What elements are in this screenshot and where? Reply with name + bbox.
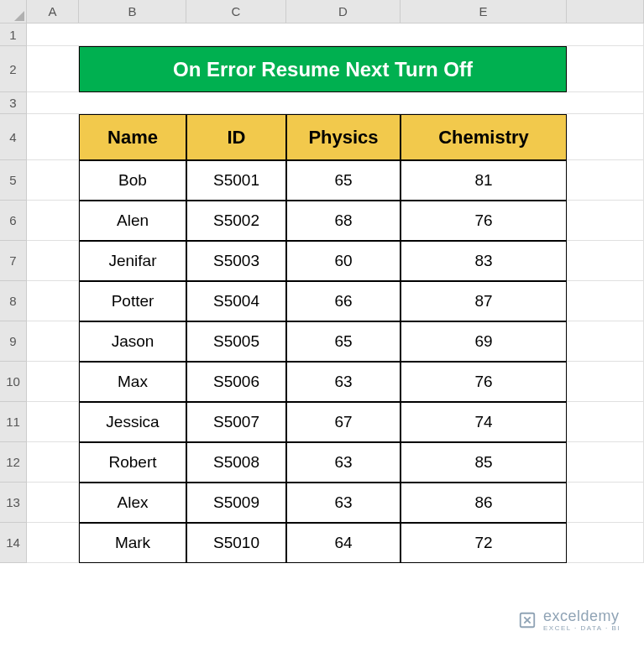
row-header-14[interactable]: 14 [0,523,27,563]
row-header-13[interactable]: 13 [0,483,27,523]
cell[interactable] [567,523,644,563]
row-header-11[interactable]: 11 [0,402,27,442]
cell[interactable] [567,281,644,321]
watermark: exceldemy EXCEL · DATA · BI [518,608,620,632]
table-cell[interactable]: 85 [401,442,567,483]
table-cell[interactable]: 63 [286,362,401,402]
cell[interactable] [567,201,644,241]
th-name[interactable]: Name [79,114,186,160]
cell[interactable] [27,160,79,201]
th-chemistry[interactable]: Chemistry [401,114,567,160]
cell[interactable] [27,362,79,402]
table-cell[interactable]: S5005 [186,321,286,362]
cell[interactable] [27,46,79,92]
table-cell[interactable]: Robert [79,442,186,483]
cell[interactable] [27,402,79,442]
table-cell[interactable]: S5003 [186,241,286,281]
table-cell[interactable]: 68 [286,201,401,241]
row-header-4[interactable]: 4 [0,114,27,160]
cell[interactable] [27,23,644,46]
table-cell[interactable]: S5004 [186,281,286,321]
th-id[interactable]: ID [186,114,286,160]
cell[interactable] [567,114,644,160]
table-cell[interactable]: Jessica [79,402,186,442]
table-cell[interactable]: 69 [401,321,567,362]
table-cell[interactable]: 63 [286,483,401,523]
table-cell[interactable]: 76 [401,201,567,241]
cell[interactable] [27,92,644,114]
table-cell[interactable]: 87 [401,281,567,321]
table-cell[interactable]: 63 [286,442,401,483]
spreadsheet-grid: A B C D E 1 2 On Error Resume Next Turn … [0,0,644,563]
cell[interactable] [27,321,79,362]
table-cell[interactable]: 76 [401,362,567,402]
cell[interactable] [567,46,644,92]
table-cell[interactable]: S5008 [186,442,286,483]
select-all-corner[interactable] [0,0,27,23]
table-cell[interactable]: Bob [79,160,186,201]
cell[interactable] [27,241,79,281]
cell[interactable] [27,201,79,241]
table-cell[interactable]: Alen [79,201,186,241]
cell[interactable] [567,321,644,362]
table-cell[interactable]: 83 [401,241,567,281]
col-header-c[interactable]: C [186,0,286,23]
cell[interactable] [27,523,79,563]
th-physics[interactable]: Physics [286,114,401,160]
row-header-9[interactable]: 9 [0,321,27,362]
cell[interactable] [27,442,79,483]
col-header-b[interactable]: B [79,0,186,23]
title-banner: On Error Resume Next Turn Off [79,46,567,92]
row-header-5[interactable]: 5 [0,160,27,201]
table-cell[interactable]: 72 [401,523,567,563]
cell[interactable] [27,114,79,160]
table-cell[interactable]: 66 [286,281,401,321]
table-cell[interactable]: S5002 [186,201,286,241]
table-cell[interactable]: 67 [286,402,401,442]
table-cell[interactable]: Potter [79,281,186,321]
row-header-1[interactable]: 1 [0,23,27,46]
cell[interactable] [567,241,644,281]
watermark-sub: EXCEL · DATA · BI [543,625,620,632]
table-cell[interactable]: 86 [401,483,567,523]
table-cell[interactable]: S5009 [186,483,286,523]
row-header-7[interactable]: 7 [0,241,27,281]
col-header-d[interactable]: D [286,0,401,23]
col-header-f[interactable] [567,0,644,23]
table-cell[interactable]: S5001 [186,160,286,201]
cell[interactable] [27,281,79,321]
table-cell[interactable]: S5010 [186,523,286,563]
table-cell[interactable]: Max [79,362,186,402]
table-cell[interactable]: Mark [79,523,186,563]
cell[interactable] [567,483,644,523]
table-cell[interactable]: 81 [401,160,567,201]
table-cell[interactable]: Jenifar [79,241,186,281]
table-cell[interactable]: Jason [79,321,186,362]
row-header-3[interactable]: 3 [0,92,27,114]
col-header-e[interactable]: E [401,0,567,23]
cell[interactable] [567,362,644,402]
cell[interactable] [567,442,644,483]
exceldemy-icon [518,611,537,629]
cell[interactable] [567,402,644,442]
table-cell[interactable]: 60 [286,241,401,281]
table-cell[interactable]: 65 [286,321,401,362]
table-cell[interactable]: 64 [286,523,401,563]
table-cell[interactable]: 74 [401,402,567,442]
cell[interactable] [27,483,79,523]
row-header-2[interactable]: 2 [0,46,27,92]
row-header-8[interactable]: 8 [0,281,27,321]
watermark-main: exceldemy [543,608,620,624]
table-cell[interactable]: S5007 [186,402,286,442]
row-header-10[interactable]: 10 [0,362,27,402]
table-cell[interactable]: 65 [286,160,401,201]
table-cell[interactable]: S5006 [186,362,286,402]
row-header-6[interactable]: 6 [0,201,27,241]
col-header-a[interactable]: A [27,0,79,23]
row-header-12[interactable]: 12 [0,442,27,483]
cell[interactable] [567,160,644,201]
table-cell[interactable]: Alex [79,483,186,523]
